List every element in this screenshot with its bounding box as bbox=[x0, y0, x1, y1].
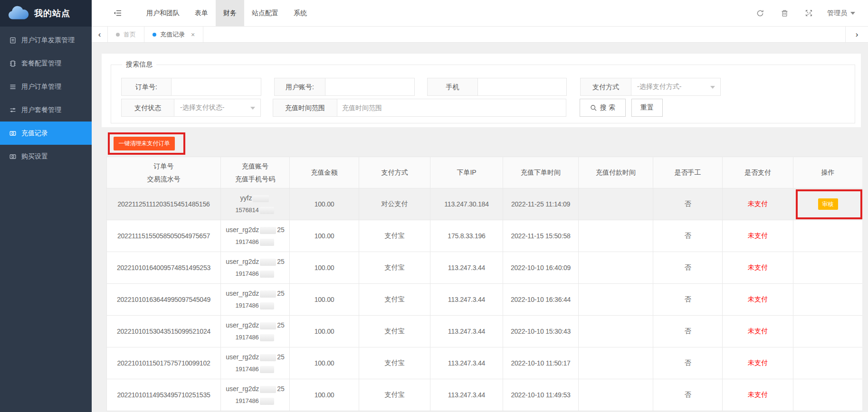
nav-item-forms[interactable]: 表单 bbox=[187, 0, 216, 26]
cell-is-manual: 否 bbox=[653, 379, 723, 411]
cell-order-no: 20221010163644995097545049 bbox=[107, 284, 221, 316]
tab-dot-icon bbox=[116, 33, 120, 37]
time-range-input[interactable] bbox=[337, 99, 566, 117]
cell-pay-method: 支付宝 bbox=[359, 252, 430, 284]
cell-pay-time bbox=[579, 347, 653, 379]
cell-pay-method: 支付宝 bbox=[359, 284, 430, 316]
tab-dot-icon bbox=[153, 33, 156, 37]
site-name: 我的站点 bbox=[34, 8, 70, 19]
sidebar-item-user-order-invoice[interactable]: 用户订单发票管理 bbox=[0, 28, 92, 52]
tabs-scroll-right-icon[interactable]: › bbox=[845, 27, 868, 42]
phone-label: 手机 bbox=[427, 78, 478, 96]
cell-ip: 113.247.3.44 bbox=[430, 379, 503, 411]
cell-ip: 113.247.30.184 bbox=[430, 188, 503, 220]
cell-account: user_rg2dz25 1917486 bbox=[221, 316, 290, 347]
cell-pay-method: 支付宝 bbox=[359, 316, 430, 347]
cell-order-time: 2022-10-10 16:40:09 bbox=[503, 252, 579, 284]
col-header-pay-time: 充值付款时间 bbox=[579, 157, 653, 188]
cell-pay-time bbox=[579, 316, 653, 347]
cell-order-time: 2022-11-15 15:50:58 bbox=[503, 220, 579, 252]
cell-order-no: 20221125111203515451485156 bbox=[107, 188, 221, 220]
order-no-input[interactable] bbox=[171, 78, 261, 96]
cell-account: user_rg2dz25 1917486 bbox=[221, 284, 290, 316]
search-button-label: 搜 索 bbox=[600, 103, 615, 112]
search-panel: 搜索信息 订单号: 用户账号: 手机 支付方式 bbox=[102, 54, 861, 127]
cell-ip: 113.247.3.44 bbox=[430, 252, 503, 284]
cell-order-no: 20221010153043515099521024 bbox=[107, 316, 221, 347]
sidebar-item-label: 充值记录 bbox=[21, 129, 48, 138]
reset-button[interactable]: 重置 bbox=[631, 99, 663, 117]
cell-actions bbox=[793, 284, 863, 316]
cell-pay-status: 未支付 bbox=[723, 379, 793, 411]
pay-status-select[interactable]: -选择支付状态- bbox=[174, 99, 261, 117]
order-list-icon bbox=[10, 84, 16, 90]
user-account-group: 用户账号: bbox=[274, 78, 415, 96]
cell-pay-status: 未支付 bbox=[723, 252, 793, 284]
cell-pay-method: 支付宝 bbox=[359, 220, 430, 252]
audit-button[interactable]: 审核 bbox=[818, 198, 838, 210]
redaction-blur bbox=[260, 354, 276, 361]
sidebar-item-label: 用户套餐管理 bbox=[21, 106, 61, 114]
navbar-right-actions: 管理员 bbox=[740, 0, 868, 26]
nav-item-users-teams[interactable]: 用户和团队 bbox=[139, 0, 187, 26]
col-header-pay-method: 支付方式 bbox=[359, 157, 430, 188]
sidebar-item-recharge-records[interactable]: 充值记录 bbox=[0, 122, 92, 145]
cell-account: yyfz 1576814 bbox=[221, 188, 290, 220]
chevron-down-icon bbox=[850, 12, 855, 17]
cell-order-time: 2022-10-10 11:50:17 bbox=[503, 347, 579, 379]
time-range-label: 充值时间范围 bbox=[273, 99, 337, 117]
nav-item-system[interactable]: 系统 bbox=[286, 0, 315, 26]
nav-item-site-config[interactable]: 站点配置 bbox=[244, 0, 286, 26]
cell-ip: 113.247.3.44 bbox=[430, 347, 503, 379]
tab-recharge-records[interactable]: 充值记录 × bbox=[144, 27, 203, 42]
collapse-sidebar-icon[interactable] bbox=[114, 9, 122, 17]
nav-item-finance[interactable]: 财务 bbox=[216, 0, 244, 26]
pay-method-select[interactable]: -选择支付方式- bbox=[631, 78, 721, 96]
tab-label: 充值记录 bbox=[160, 30, 185, 39]
search-row-1: 订单号: 用户账号: 手机 支付方式 -选择支付方式- bbox=[121, 78, 855, 96]
cell-pay-status: 未支付 bbox=[723, 220, 793, 252]
tabs-scroll-left-icon[interactable]: ‹ bbox=[92, 27, 108, 42]
col-header-is-paid: 是否支付 bbox=[723, 157, 793, 188]
user-account-label: 用户账号: bbox=[274, 78, 325, 96]
time-range-group: 充值时间范围 bbox=[273, 99, 566, 117]
refresh-icon[interactable] bbox=[756, 9, 764, 17]
sidebar-item-package-config[interactable]: 套餐配置管理 bbox=[0, 52, 92, 75]
tab-bar: ‹ 首页 充值记录 × › bbox=[92, 27, 868, 43]
sidebar-item-purchase-settings[interactable]: 购买设置 bbox=[0, 145, 92, 168]
cell-pay-time bbox=[579, 220, 653, 252]
table-row: 20221010163644995097545049 user_rg2dz25 … bbox=[107, 284, 863, 316]
cell-account: user_rg2dz25 1917486 bbox=[221, 252, 290, 284]
invoice-icon bbox=[10, 37, 16, 44]
fullscreen-icon[interactable] bbox=[804, 9, 813, 17]
cell-order-time: 2022-10-10 16:36:44 bbox=[503, 284, 579, 316]
redaction-blur bbox=[260, 398, 274, 405]
admin-dropdown[interactable]: 管理员 bbox=[827, 9, 855, 18]
redaction-blur bbox=[260, 386, 276, 393]
redaction-blur bbox=[260, 334, 274, 341]
cell-account: user_rg2dz25 1917486 bbox=[221, 220, 290, 252]
sidebar-item-user-packages[interactable]: 用户套餐管理 bbox=[0, 98, 92, 122]
sidebar-item-user-orders[interactable]: 用户订单管理 bbox=[0, 75, 92, 98]
user-account-input[interactable] bbox=[325, 78, 415, 96]
pay-status-label: 支付状态 bbox=[121, 99, 174, 117]
close-icon[interactable]: × bbox=[191, 31, 195, 38]
tab-home[interactable]: 首页 bbox=[108, 27, 144, 42]
order-no-group: 订单号: bbox=[121, 78, 261, 96]
chevron-down-icon bbox=[710, 86, 715, 91]
redaction-blur bbox=[260, 290, 276, 298]
phone-input[interactable] bbox=[477, 78, 567, 96]
trash-icon[interactable] bbox=[780, 9, 789, 17]
table-row: 20221010164009574851495253 user_rg2dz25 … bbox=[107, 252, 863, 284]
search-button[interactable]: 搜 索 bbox=[580, 99, 626, 117]
table-row: 20221010114953495710251535 user_rg2dz25 … bbox=[107, 379, 863, 411]
clear-unpaid-orders-button[interactable]: 一键清理未支付订单 bbox=[114, 137, 175, 150]
cell-pay-status: 未支付 bbox=[723, 284, 793, 316]
package-config-icon bbox=[10, 60, 16, 67]
redaction-blur bbox=[260, 322, 276, 329]
banknote-icon bbox=[10, 130, 16, 137]
col-header-account: 充值账号充值手机号码 bbox=[221, 157, 290, 188]
cell-actions bbox=[793, 252, 863, 284]
cell-order-no: 20221010115017575710099102 bbox=[107, 347, 221, 379]
cell-amount: 100.00 bbox=[290, 188, 359, 220]
